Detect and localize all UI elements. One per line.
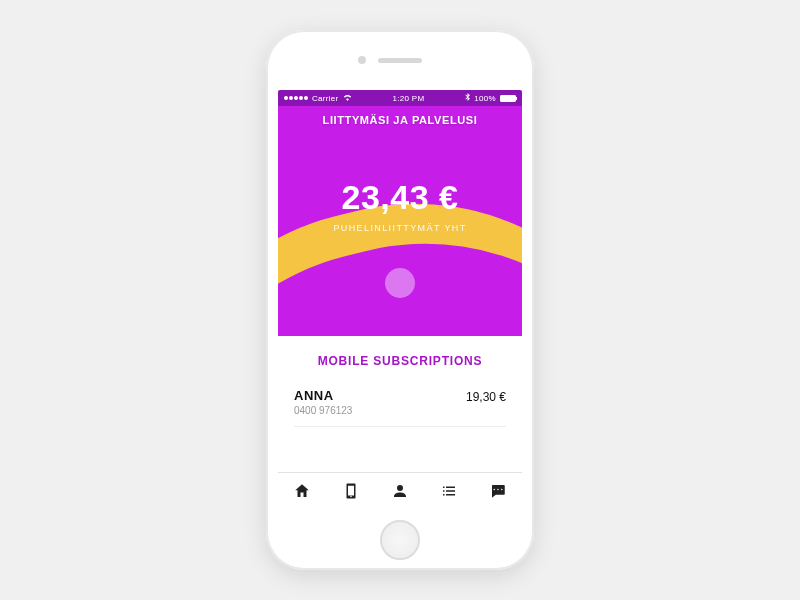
status-bar: Carrier 1:20 PM 100% [278, 90, 522, 106]
section-title: MOBILE SUBSCRIPTIONS [294, 354, 506, 368]
list-icon [440, 482, 458, 504]
total-amount: 23,43 € [278, 178, 522, 217]
status-time: 1:20 PM [392, 94, 424, 103]
battery-icon [500, 95, 516, 102]
phone-frame: Carrier 1:20 PM 100% LIITTYMÄSI JA PALVE… [266, 30, 534, 570]
profile-icon [391, 482, 409, 504]
chat-icon [489, 482, 507, 504]
carrier-label: Carrier [312, 94, 339, 103]
page-title: LIITTYMÄSI JA PALVELUSI [278, 114, 522, 126]
content-area: MOBILE SUBSCRIPTIONS ANNA 0400 976123 19… [278, 336, 522, 472]
device-icon [342, 482, 360, 504]
tab-device[interactable] [339, 481, 363, 505]
wifi-icon [343, 94, 352, 103]
tab-list[interactable] [437, 481, 461, 505]
phone-speaker [378, 58, 422, 63]
subscription-name: ANNA [294, 388, 352, 403]
phone-home-button[interactable] [380, 520, 420, 560]
tab-home[interactable] [290, 481, 314, 505]
tab-profile[interactable] [388, 481, 412, 505]
subscription-row[interactable]: ANNA 0400 976123 19,30 € [294, 388, 506, 427]
tab-chat[interactable] [486, 481, 510, 505]
status-left: Carrier [284, 94, 352, 103]
subscription-phone: 0400 976123 [294, 405, 352, 416]
status-right: 100% [465, 93, 516, 103]
bluetooth-icon [465, 93, 470, 103]
home-icon [293, 482, 311, 504]
battery-label: 100% [474, 94, 496, 103]
total-amount-subtitle: PUHELINLIITTYMÄT YHT [278, 223, 522, 233]
hero-panel: LIITTYMÄSI JA PALVELUSI 23,43 € PUHELINL… [278, 106, 522, 336]
screen: Carrier 1:20 PM 100% LIITTYMÄSI JA PALVE… [278, 90, 522, 512]
tab-bar [278, 472, 522, 512]
subscription-price: 19,30 € [466, 388, 506, 404]
touch-indicator [385, 268, 415, 298]
phone-camera [358, 56, 366, 64]
signal-icon [284, 96, 308, 100]
